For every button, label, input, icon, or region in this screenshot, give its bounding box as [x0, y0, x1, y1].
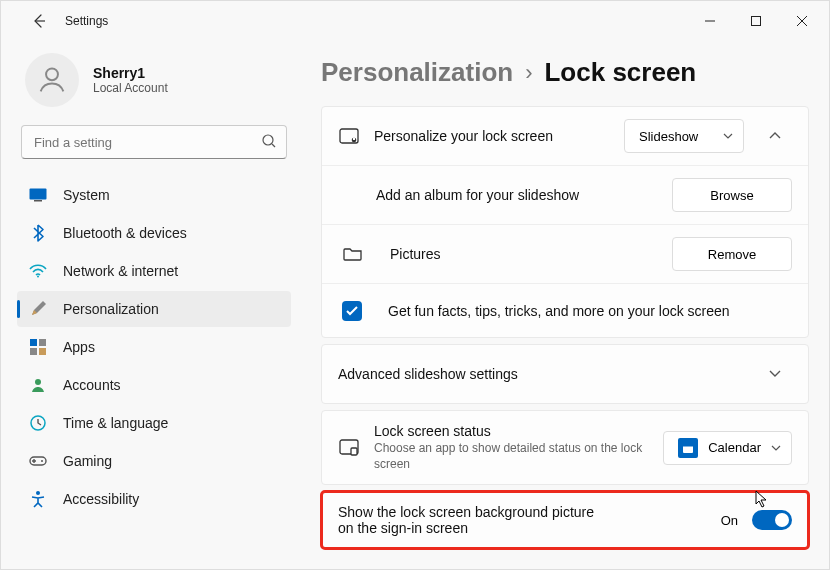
nav-label: Accessibility	[63, 491, 139, 507]
advanced-card[interactable]: Advanced slideshow settings	[321, 344, 809, 404]
nav-item-apps[interactable]: Apps	[17, 329, 291, 365]
svg-rect-17	[353, 138, 355, 140]
status-card: Lock screen status Choose an app to show…	[321, 410, 809, 485]
profile-block[interactable]: Sherry1 Local Account	[17, 47, 291, 125]
calendar-icon	[678, 438, 698, 458]
gamepad-icon	[29, 452, 47, 470]
svg-point-13	[41, 460, 43, 462]
nav-item-gaming[interactable]: Gaming	[17, 443, 291, 479]
wifi-icon	[29, 262, 47, 280]
nav-label: Network & internet	[63, 263, 178, 279]
sidebar: Sherry1 Local Account System Bluetooth &…	[1, 41, 301, 569]
svg-rect-9	[39, 348, 46, 355]
svg-point-2	[263, 135, 273, 145]
svg-rect-8	[30, 348, 37, 355]
chevron-right-icon: ›	[525, 60, 532, 86]
svg-rect-7	[39, 339, 46, 346]
nav-label: Personalization	[63, 301, 159, 317]
chevron-down-icon	[771, 445, 781, 451]
nav-item-accounts[interactable]: Accounts	[17, 367, 291, 403]
status-app-select[interactable]: Calendar	[663, 431, 792, 465]
expand-button[interactable]	[758, 357, 792, 391]
search-box	[21, 125, 287, 159]
toggle-state-label: On	[721, 513, 738, 528]
svg-rect-19	[351, 448, 357, 455]
minimize-button[interactable]	[687, 5, 733, 37]
search-input[interactable]	[21, 125, 287, 159]
breadcrumb: Personalization › Lock screen	[321, 57, 809, 88]
account-icon	[29, 376, 47, 394]
window-title: Settings	[65, 14, 108, 28]
collapse-button[interactable]	[758, 119, 792, 153]
check-icon	[346, 306, 358, 316]
profile-subtitle: Local Account	[93, 81, 168, 95]
signin-picture-card: Show the lock screen background picture …	[321, 491, 809, 549]
fun-facts-label: Get fun facts, tips, tricks, and more on…	[388, 303, 792, 319]
nav-label: Gaming	[63, 453, 112, 469]
avatar	[25, 53, 79, 107]
close-button[interactable]	[779, 5, 825, 37]
chevron-down-icon	[723, 133, 733, 139]
nav-item-time[interactable]: Time & language	[17, 405, 291, 441]
svg-point-5	[37, 276, 39, 278]
select-value: Calendar	[708, 440, 761, 455]
nav-list: System Bluetooth & devices Network & int…	[17, 177, 291, 517]
nav-label: Accounts	[63, 377, 121, 393]
status-subtitle: Choose an app to show detailed status on…	[374, 440, 649, 472]
nav-label: System	[63, 187, 110, 203]
svg-rect-3	[30, 189, 47, 200]
signin-title-line1: Show the lock screen background picture	[338, 504, 707, 520]
svg-rect-4	[34, 200, 42, 202]
personalize-card: Personalize your lock screen Slideshow A…	[321, 106, 809, 338]
main-content: Personalization › Lock screen Personaliz…	[301, 41, 829, 569]
fun-facts-checkbox[interactable]	[342, 301, 362, 321]
search-icon	[261, 133, 277, 149]
nav-item-network[interactable]: Network & internet	[17, 253, 291, 289]
svg-point-1	[46, 68, 58, 80]
chevron-up-icon	[769, 132, 781, 140]
nav-item-personalization[interactable]: Personalization	[17, 291, 291, 327]
add-album-label: Add an album for your slideshow	[376, 187, 658, 203]
accessibility-icon	[29, 490, 47, 508]
folder-icon	[342, 246, 364, 262]
lockscreen-mode-select[interactable]: Slideshow	[624, 119, 744, 153]
bluetooth-icon	[29, 224, 47, 242]
advanced-title: Advanced slideshow settings	[338, 366, 744, 382]
nav-label: Bluetooth & devices	[63, 225, 187, 241]
lockscreen-icon	[338, 128, 360, 144]
svg-rect-0	[752, 17, 761, 26]
remove-button[interactable]: Remove	[672, 237, 792, 271]
clock-icon	[29, 414, 47, 432]
select-value: Slideshow	[639, 129, 698, 144]
svg-point-10	[35, 379, 41, 385]
nav-item-accessibility[interactable]: Accessibility	[17, 481, 291, 517]
svg-rect-21	[683, 444, 693, 447]
nav-item-system[interactable]: System	[17, 177, 291, 213]
signin-picture-toggle[interactable]	[752, 510, 792, 530]
svg-point-14	[36, 491, 40, 495]
apps-icon	[29, 338, 47, 356]
titlebar: Settings	[1, 1, 829, 41]
maximize-button[interactable]	[733, 5, 779, 37]
signin-title-line2: on the sign-in screen	[338, 520, 707, 536]
breadcrumb-parent[interactable]: Personalization	[321, 57, 513, 88]
profile-name: Sherry1	[93, 65, 168, 81]
nav-label: Apps	[63, 339, 95, 355]
status-icon	[338, 439, 360, 457]
brush-icon	[29, 300, 47, 318]
monitor-icon	[29, 186, 47, 204]
nav-item-bluetooth[interactable]: Bluetooth & devices	[17, 215, 291, 251]
svg-rect-6	[30, 339, 37, 346]
personalize-title: Personalize your lock screen	[374, 128, 610, 144]
back-button[interactable]	[21, 3, 57, 39]
chevron-down-icon	[769, 370, 781, 378]
person-icon	[35, 63, 69, 97]
breadcrumb-current: Lock screen	[544, 57, 696, 88]
nav-label: Time & language	[63, 415, 168, 431]
status-title: Lock screen status	[374, 423, 649, 439]
arrow-left-icon	[31, 13, 47, 29]
browse-button[interactable]: Browse	[672, 178, 792, 212]
pictures-folder-label: Pictures	[390, 246, 658, 262]
